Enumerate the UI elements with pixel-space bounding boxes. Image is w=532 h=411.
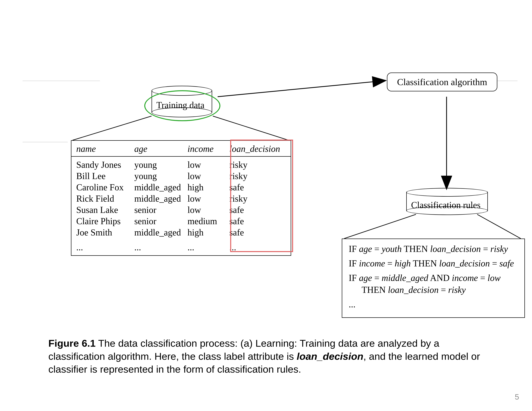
rule-2: IF income = high THEN loan_decision = sa… — [349, 258, 518, 269]
rule-token: = — [372, 244, 382, 254]
rule-token: = — [481, 244, 490, 254]
rule-token: AND — [428, 273, 452, 283]
cell-age: young — [134, 171, 188, 181]
rule-token: THEN — [361, 285, 388, 295]
cell-age: middle_aged — [134, 193, 188, 204]
rule-value: middle_aged — [382, 273, 428, 283]
cell-income: low — [188, 171, 229, 181]
classification-algorithm-box: Classification algorithm — [387, 73, 497, 91]
rule-var: loan_decision — [388, 285, 438, 295]
table-body: Sandy Jones young low risky Bill Lee you… — [71, 157, 291, 255]
slide-page: Training data Classification algorithm C… — [0, 0, 532, 411]
rule-token: = — [490, 258, 499, 268]
svg-line-3 — [73, 116, 152, 140]
rule-token: THEN — [411, 258, 439, 268]
cell-income: medium — [188, 216, 229, 226]
cell-name: Bill Lee — [76, 171, 134, 181]
rule-token: IF — [349, 244, 359, 254]
classification-rules-box: IF age = youth THEN loan_decision = risk… — [342, 239, 525, 318]
rule-ellipsis: ... — [349, 299, 518, 310]
rule-var: income — [452, 273, 478, 283]
table-header-row: name age income loan_decision — [71, 141, 291, 157]
cell-ellipsis: ... — [134, 239, 188, 252]
rule-token: = — [385, 258, 395, 268]
cell-name: Rick Field — [76, 193, 134, 204]
decorative-rule — [23, 142, 68, 142]
rule-token: IF — [349, 258, 359, 268]
classification-rules-label: Classification rules — [411, 200, 481, 210]
cell-ellipsis: ... — [229, 239, 283, 252]
rule-value: youth — [382, 244, 402, 254]
cell-age: middle_aged — [134, 182, 188, 192]
rule-var: age — [359, 244, 372, 254]
svg-line-1 — [218, 81, 385, 97]
cell-age: middle_aged — [134, 227, 188, 238]
cell-loan: safe — [229, 205, 283, 215]
cell-ellipsis: ... — [76, 239, 134, 252]
page-number: 5 — [515, 392, 519, 401]
rule-3-cond: IF age = middle_aged AND income = low — [349, 272, 518, 283]
cell-age: senior — [134, 205, 188, 215]
svg-line-5 — [344, 214, 416, 239]
rule-value: high — [395, 258, 411, 268]
cell-name: Susan Lake — [76, 205, 134, 215]
rule-value: risky — [490, 244, 508, 254]
rule-token: = — [372, 273, 382, 283]
cell-age: young — [134, 159, 188, 170]
col-header-income: income — [188, 144, 229, 154]
col-header-name: name — [76, 144, 134, 154]
rule-token: IF — [349, 273, 359, 283]
rule-token: = — [438, 285, 448, 295]
training-data-table: name age income loan_decision Sandy Jone… — [71, 140, 291, 256]
cell-income: low — [188, 159, 229, 170]
rule-3-then: THEN loan_decision = risky — [349, 284, 518, 295]
rule-var: income — [359, 258, 385, 268]
caption-label: Figure 6.1 — [48, 338, 95, 349]
caption-emph: loan_decision — [297, 351, 363, 362]
cell-income: high — [188, 182, 229, 192]
cell-name: Claire Phips — [76, 216, 134, 226]
cell-income: high — [188, 227, 229, 238]
col-header-age: age — [134, 144, 188, 154]
training-data-label: Training data — [156, 100, 204, 110]
cell-loan: safe — [229, 227, 283, 238]
cell-loan: risky — [229, 193, 283, 204]
cell-age: senior — [134, 216, 188, 226]
rule-value: risky — [448, 285, 466, 295]
figure-caption: Figure 6.1 The data classification proce… — [48, 337, 487, 376]
rule-token: THEN — [402, 244, 430, 254]
cell-loan: risky — [229, 171, 283, 181]
rule-var: loan_decision — [439, 258, 490, 268]
decorative-rule — [23, 81, 100, 81]
cell-income: low — [188, 193, 229, 204]
cell-ellipsis: ... — [188, 239, 229, 252]
cell-name: Joe Smith — [76, 227, 134, 238]
rule-var: loan_decision — [430, 244, 481, 254]
rule-1: IF age = youth THEN loan_decision = risk… — [349, 243, 518, 254]
cell-name: Caroline Fox — [76, 182, 134, 192]
rule-value: low — [487, 273, 501, 283]
cell-loan: risky — [229, 159, 283, 170]
cell-loan: safe — [229, 182, 283, 192]
cell-loan: safe — [229, 216, 283, 226]
cell-income: low — [188, 205, 229, 215]
rule-var: age — [359, 273, 372, 283]
cell-name: Sandy Jones — [76, 159, 134, 170]
rule-value: safe — [499, 258, 514, 268]
svg-line-6 — [477, 214, 521, 239]
col-header-loan-decision: loan_decision — [229, 144, 283, 154]
rule-token: = — [478, 273, 487, 283]
svg-line-4 — [213, 116, 289, 140]
